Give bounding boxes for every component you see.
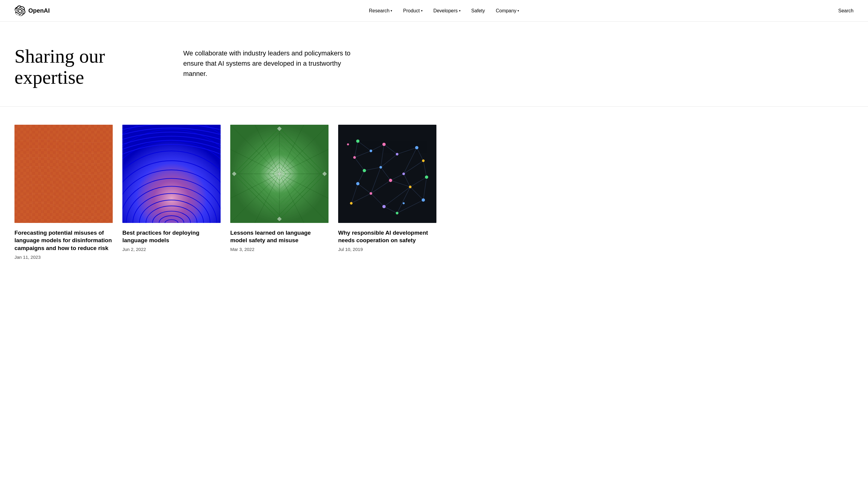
nav-links: Research ▾ Product ▾ Developers ▾ Safety… bbox=[369, 8, 519, 13]
card-4-date: Jul 10, 2019 bbox=[338, 247, 436, 252]
svg-point-98 bbox=[347, 143, 349, 146]
main-nav: OpenAI Research ▾ Product ▾ Developers ▾… bbox=[0, 0, 868, 22]
chevron-down-icon: ▾ bbox=[518, 9, 519, 12]
svg-point-95 bbox=[396, 212, 398, 215]
svg-point-82 bbox=[396, 153, 398, 155]
card-2-title: Best practices for deploying language mo… bbox=[122, 229, 221, 244]
logo[interactable]: OpenAI bbox=[14, 5, 50, 16]
card-1-illustration bbox=[14, 125, 113, 223]
chevron-down-icon: ▾ bbox=[421, 9, 423, 12]
cards-section: Forecasting potential misuses of languag… bbox=[0, 107, 868, 284]
cards-grid: Forecasting potential misuses of languag… bbox=[14, 125, 436, 260]
card-4-illustration bbox=[338, 125, 436, 223]
card-2-image bbox=[122, 125, 221, 223]
chevron-down-icon: ▾ bbox=[459, 9, 461, 12]
hero-section: Sharing our expertise We collaborate wit… bbox=[0, 22, 868, 107]
card-4[interactable]: Why responsible AI development needs coo… bbox=[338, 125, 436, 260]
svg-point-90 bbox=[425, 175, 428, 179]
card-3-title: Lessons learned on language model safety… bbox=[230, 229, 329, 244]
page-title: Sharing our expertise bbox=[14, 46, 159, 88]
svg-point-86 bbox=[363, 169, 366, 172]
card-2[interactable]: Best practices for deploying language mo… bbox=[122, 125, 221, 260]
card-3-image bbox=[230, 125, 329, 223]
svg-point-96 bbox=[422, 198, 425, 201]
svg-point-94 bbox=[382, 205, 386, 208]
svg-point-84 bbox=[422, 159, 425, 162]
svg-point-88 bbox=[389, 179, 392, 182]
nav-safety[interactable]: Safety bbox=[471, 8, 485, 13]
card-4-title: Why responsible AI development needs coo… bbox=[338, 229, 436, 244]
nav-company[interactable]: Company ▾ bbox=[496, 8, 519, 13]
card-2-illustration bbox=[122, 125, 221, 223]
hero-description: We collaborate with industry leaders and… bbox=[183, 46, 358, 79]
card-1-title: Forecasting potential misuses of languag… bbox=[14, 229, 113, 252]
card-1-date: Jan 11, 2023 bbox=[14, 255, 113, 260]
logo-text: OpenAI bbox=[28, 7, 50, 14]
svg-rect-5 bbox=[14, 125, 113, 223]
chevron-down-icon: ▾ bbox=[391, 9, 392, 12]
card-1[interactable]: Forecasting potential misuses of languag… bbox=[14, 125, 113, 260]
svg-point-80 bbox=[370, 150, 372, 152]
card-3[interactable]: Lessons learned on language model safety… bbox=[230, 125, 329, 260]
svg-point-87 bbox=[379, 166, 382, 169]
svg-point-92 bbox=[356, 182, 360, 185]
svg-rect-6 bbox=[122, 125, 221, 223]
svg-point-83 bbox=[415, 146, 418, 149]
openai-logo-icon bbox=[14, 5, 25, 16]
svg-point-79 bbox=[356, 139, 360, 143]
card-4-image bbox=[338, 125, 436, 223]
card-2-date: Jun 2, 2022 bbox=[122, 247, 221, 252]
nav-developers[interactable]: Developers ▾ bbox=[433, 8, 461, 13]
svg-point-97 bbox=[350, 202, 352, 204]
svg-point-93 bbox=[370, 192, 372, 195]
nav-product[interactable]: Product ▾ bbox=[403, 8, 422, 13]
svg-point-85 bbox=[353, 156, 356, 159]
card-1-image bbox=[14, 125, 113, 223]
svg-point-99 bbox=[403, 202, 405, 204]
svg-point-89 bbox=[402, 172, 405, 175]
svg-point-91 bbox=[409, 186, 412, 188]
search-button[interactable]: Search bbox=[838, 8, 854, 13]
card-3-illustration bbox=[230, 125, 329, 223]
svg-point-81 bbox=[382, 143, 386, 146]
card-3-date: Mar 3, 2022 bbox=[230, 247, 329, 252]
nav-research[interactable]: Research ▾ bbox=[369, 8, 392, 13]
